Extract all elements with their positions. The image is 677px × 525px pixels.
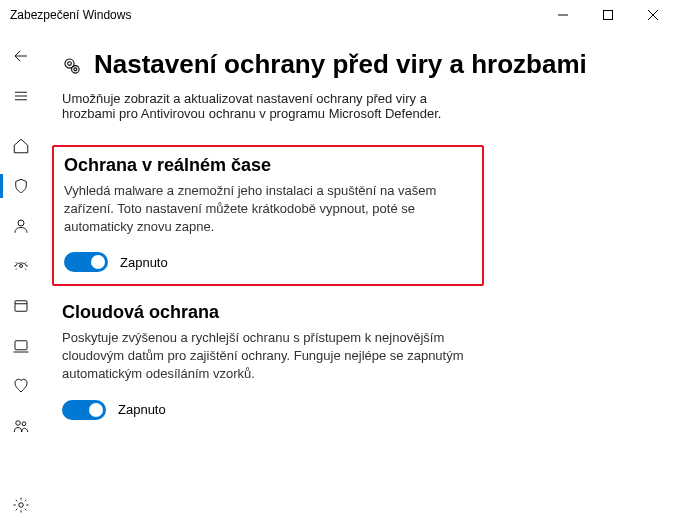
svg-point-19 — [74, 68, 77, 71]
svg-rect-1 — [603, 11, 612, 20]
svg-point-8 — [18, 220, 24, 226]
svg-point-14 — [16, 421, 21, 426]
sidebar-item-firewall[interactable] — [0, 246, 42, 286]
svg-point-20 — [72, 66, 80, 74]
section-title: Ochrana v reálném čase — [64, 155, 472, 176]
close-button[interactable] — [630, 0, 675, 30]
page-description: Umožňuje zobrazit a aktualizovat nastave… — [62, 91, 482, 121]
sidebar-item-virus-protection[interactable] — [0, 166, 42, 206]
sidebar-item-settings[interactable] — [0, 485, 42, 525]
sidebar-item-device-performance[interactable] — [0, 366, 42, 406]
section-description: Vyhledá malware a znemožní jeho instalac… — [64, 182, 472, 237]
maximize-button[interactable] — [585, 0, 630, 30]
window-title: Zabezpečení Windows — [10, 8, 540, 22]
section-cloud-protection: Cloudová ochrana Poskytuje zvýšenou a ry… — [62, 302, 482, 434]
svg-rect-10 — [15, 301, 27, 312]
content-pane: Nastavení ochrany před viry a hrozbami U… — [42, 30, 677, 525]
section-description: Poskytuje zvýšenou a rychlejší ochranu s… — [62, 329, 482, 384]
titlebar: Zabezpečení Windows — [0, 0, 677, 30]
gear-icon — [62, 56, 82, 79]
sidebar-item-account[interactable] — [0, 206, 42, 246]
sidebar-item-app-browser[interactable] — [0, 286, 42, 326]
sidebar — [0, 30, 42, 525]
realtime-toggle[interactable] — [64, 252, 108, 272]
sidebar-item-home[interactable] — [0, 126, 42, 166]
svg-point-17 — [68, 62, 72, 66]
toggle-label: Zapnuto — [120, 255, 168, 270]
page-title: Nastavení ochrany před viry a hrozbami — [94, 48, 587, 81]
minimize-button[interactable] — [540, 0, 585, 30]
svg-rect-12 — [15, 341, 27, 350]
sidebar-item-family[interactable] — [0, 406, 42, 446]
section-realtime-protection: Ochrana v reálném čase Vyhledá malware a… — [52, 145, 484, 287]
back-button[interactable] — [0, 36, 42, 76]
toggle-label: Zapnuto — [118, 402, 166, 417]
sidebar-item-device-security[interactable] — [0, 326, 42, 366]
cloud-toggle[interactable] — [62, 400, 106, 420]
svg-point-9 — [20, 265, 23, 268]
menu-button[interactable] — [0, 76, 42, 116]
svg-point-15 — [22, 422, 26, 426]
section-title: Cloudová ochrana — [62, 302, 482, 323]
svg-point-16 — [19, 503, 24, 508]
